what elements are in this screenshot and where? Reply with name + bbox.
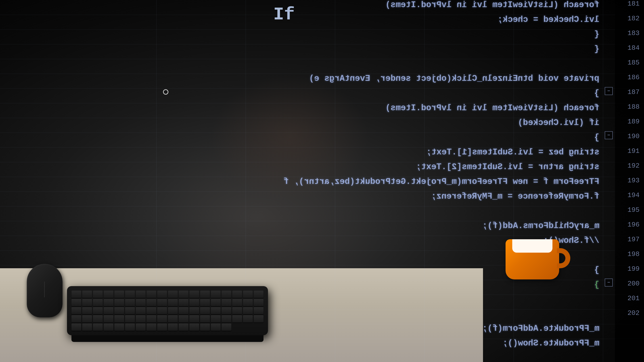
key[interactable] [157,315,167,323]
key[interactable] [93,307,103,315]
key[interactable] [222,315,231,323]
key[interactable] [168,299,178,306]
key[interactable] [189,323,199,331]
key[interactable] [146,299,156,306]
key[interactable] [104,299,114,306]
key[interactable] [168,291,178,298]
h-grid-line [0,103,644,103]
key[interactable] [189,291,199,298]
key[interactable] [82,291,92,298]
key[interactable] [72,307,81,315]
key[interactable] [222,299,231,306]
key[interactable] [136,299,146,306]
key[interactable] [179,299,188,306]
key[interactable] [254,315,264,323]
key[interactable] [125,323,135,331]
key[interactable] [189,307,199,315]
key[interactable] [200,299,210,306]
collapse-button-187[interactable]: − [605,87,613,95]
key[interactable] [93,291,103,298]
key[interactable] [179,315,188,323]
key[interactable] [146,291,156,298]
key[interactable] [72,291,81,298]
key[interactable] [125,299,135,306]
key[interactable] [243,315,253,323]
line-num-188: 188 [628,103,640,111]
key[interactable] [157,299,167,306]
key[interactable] [211,291,220,298]
key[interactable] [125,291,135,298]
key[interactable] [146,315,156,323]
key[interactable] [136,323,146,331]
line-num-192: 192 [628,162,640,170]
key[interactable] [104,291,114,298]
key[interactable] [157,291,167,298]
key[interactable] [72,299,81,306]
key[interactable] [179,291,188,298]
key[interactable] [232,315,242,323]
key[interactable] [200,291,210,298]
h-grid-line [0,191,644,192]
h-grid-line [0,206,644,206]
key[interactable] [211,315,220,323]
key[interactable] [93,315,103,323]
key[interactable] [114,291,124,298]
key[interactable] [125,307,135,315]
key[interactable] [82,323,92,331]
key[interactable] [200,323,210,331]
key[interactable] [254,299,264,306]
key[interactable] [157,307,167,315]
key[interactable] [179,323,188,331]
key[interactable] [189,299,199,306]
key[interactable] [222,291,231,298]
key[interactable] [93,323,103,331]
collapse-button-200[interactable]: − [605,279,613,287]
key[interactable] [168,315,178,323]
keyboard-body [67,286,268,335]
key[interactable] [222,307,231,315]
key[interactable] [82,307,92,315]
key[interactable] [168,307,178,315]
key[interactable] [211,323,220,331]
collapse-button-190[interactable]: − [605,131,613,139]
key[interactable] [93,299,103,306]
key[interactable] [232,307,242,315]
key[interactable] [200,307,210,315]
key[interactable] [200,315,210,323]
key[interactable] [211,307,220,315]
key[interactable] [146,307,156,315]
key[interactable] [243,307,253,315]
key[interactable] [189,315,199,323]
key[interactable] [243,291,253,298]
key[interactable] [104,307,114,315]
key[interactable] [136,315,146,323]
key[interactable] [243,299,253,306]
key[interactable] [232,291,242,298]
key[interactable] [168,323,178,331]
line-numbers-panel: 181 182 183 184 185 186 187 188 189 190 … [615,0,644,362]
key[interactable] [179,307,188,315]
key[interactable] [136,291,146,298]
key[interactable] [136,307,146,315]
key[interactable] [72,323,81,331]
h-grid-line [0,15,644,15]
line-num-183: 183 [628,29,640,37]
key[interactable] [104,315,114,323]
key[interactable] [114,307,124,315]
key[interactable] [211,299,220,306]
key[interactable] [222,323,231,331]
key[interactable] [114,323,124,331]
key[interactable] [72,315,81,323]
key[interactable] [104,323,114,331]
key[interactable] [114,315,124,323]
key[interactable] [157,323,167,331]
key[interactable] [254,307,264,315]
key[interactable] [146,323,156,331]
key[interactable] [82,299,92,306]
keyboard [67,286,268,344]
key[interactable] [254,291,264,298]
key[interactable] [82,315,92,323]
key[interactable] [114,299,124,306]
key[interactable] [232,299,242,306]
key[interactable] [125,315,135,323]
